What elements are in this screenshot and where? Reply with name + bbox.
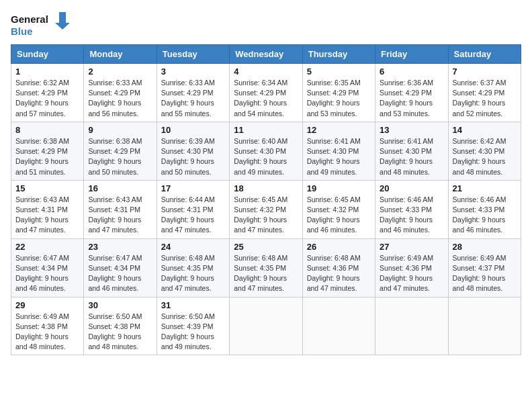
day-number: 27 — [380, 242, 443, 252]
day-info: Sunrise: 6:45 AMSunset: 4:32 PMDaylight:… — [307, 195, 371, 236]
day-header: Wednesday — [230, 45, 302, 64]
day-info: Sunrise: 6:33 AMSunset: 4:29 PMDaylight:… — [161, 78, 225, 119]
calendar-cell: 31Sunrise: 6:50 AMSunset: 4:39 PMDayligh… — [157, 297, 229, 355]
day-number: 29 — [15, 300, 79, 310]
calendar-cell: 28Sunrise: 6:49 AMSunset: 4:37 PMDayligh… — [448, 238, 521, 297]
day-number: 12 — [307, 125, 371, 135]
calendar-cell: 1Sunrise: 6:32 AMSunset: 4:29 PMDaylight… — [11, 64, 84, 122]
logo: General Blue — [11, 11, 71, 39]
day-number: 5 — [307, 66, 371, 77]
calendar-cell: 22Sunrise: 6:47 AMSunset: 4:34 PMDayligh… — [11, 238, 84, 297]
day-info: Sunrise: 6:47 AMSunset: 4:34 PMDaylight:… — [15, 253, 79, 294]
calendar-cell: 30Sunrise: 6:50 AMSunset: 4:38 PMDayligh… — [84, 297, 157, 355]
day-info: Sunrise: 6:48 AMSunset: 4:35 PMDaylight:… — [161, 253, 225, 294]
day-number: 15 — [15, 183, 79, 193]
calendar-cell: 9Sunrise: 6:38 AMSunset: 4:29 PMDaylight… — [84, 122, 157, 180]
day-header: Monday — [84, 45, 157, 64]
day-number: 20 — [380, 183, 443, 193]
day-info: Sunrise: 6:47 AMSunset: 4:34 PMDaylight:… — [88, 253, 152, 294]
day-number: 10 — [161, 125, 225, 135]
day-info: Sunrise: 6:43 AMSunset: 4:31 PMDaylight:… — [88, 195, 152, 236]
day-info: Sunrise: 6:46 AMSunset: 4:33 PMDaylight:… — [380, 195, 443, 236]
day-number: 2 — [88, 66, 152, 77]
calendar-cell: 3Sunrise: 6:33 AMSunset: 4:29 PMDaylight… — [157, 64, 229, 122]
svg-marker-2 — [55, 12, 70, 30]
calendar-cell: 5Sunrise: 6:35 AMSunset: 4:29 PMDaylight… — [302, 64, 375, 122]
calendar-cell — [230, 297, 302, 355]
day-info: Sunrise: 6:50 AMSunset: 4:38 PMDaylight:… — [88, 312, 152, 353]
calendar-cell: 18Sunrise: 6:45 AMSunset: 4:32 PMDayligh… — [230, 180, 302, 238]
calendar-cell: 29Sunrise: 6:49 AMSunset: 4:38 PMDayligh… — [11, 297, 84, 355]
day-info: Sunrise: 6:40 AMSunset: 4:30 PMDaylight:… — [234, 136, 298, 177]
day-info: Sunrise: 6:41 AMSunset: 4:30 PMDaylight:… — [380, 136, 443, 177]
svg-text:Blue: Blue — [11, 26, 33, 37]
day-info: Sunrise: 6:46 AMSunset: 4:33 PMDaylight:… — [453, 195, 517, 236]
day-number: 11 — [234, 125, 298, 135]
day-header: Saturday — [448, 45, 521, 64]
calendar-cell — [302, 297, 375, 355]
calendar-week-row: 15Sunrise: 6:43 AMSunset: 4:31 PMDayligh… — [11, 180, 521, 238]
day-header: Thursday — [302, 45, 375, 64]
day-info: Sunrise: 6:50 AMSunset: 4:39 PMDaylight:… — [161, 312, 225, 353]
day-number: 30 — [88, 300, 152, 310]
day-number: 1 — [15, 66, 79, 77]
day-number: 14 — [453, 125, 517, 135]
day-number: 16 — [88, 183, 152, 193]
calendar-cell: 21Sunrise: 6:46 AMSunset: 4:33 PMDayligh… — [448, 180, 521, 238]
day-info: Sunrise: 6:48 AMSunset: 4:36 PMDaylight:… — [307, 253, 371, 294]
day-info: Sunrise: 6:36 AMSunset: 4:29 PMDaylight:… — [380, 78, 443, 119]
day-info: Sunrise: 6:41 AMSunset: 4:30 PMDaylight:… — [307, 136, 371, 177]
calendar-cell: 2Sunrise: 6:33 AMSunset: 4:29 PMDaylight… — [84, 64, 157, 122]
calendar-cell: 27Sunrise: 6:49 AMSunset: 4:36 PMDayligh… — [375, 238, 448, 297]
calendar-week-row: 22Sunrise: 6:47 AMSunset: 4:34 PMDayligh… — [11, 238, 521, 297]
calendar-week-row: 29Sunrise: 6:49 AMSunset: 4:38 PMDayligh… — [11, 297, 521, 355]
calendar-cell: 13Sunrise: 6:41 AMSunset: 4:30 PMDayligh… — [375, 122, 448, 180]
day-number: 9 — [88, 125, 152, 135]
calendar-cell: 10Sunrise: 6:39 AMSunset: 4:30 PMDayligh… — [157, 122, 229, 180]
day-number: 17 — [161, 183, 225, 193]
calendar-cell: 25Sunrise: 6:48 AMSunset: 4:35 PMDayligh… — [230, 238, 302, 297]
calendar-table: SundayMondayTuesdayWednesdayThursdayFrid… — [11, 44, 521, 355]
day-number: 3 — [161, 66, 225, 77]
day-info: Sunrise: 6:32 AMSunset: 4:29 PMDaylight:… — [15, 78, 79, 119]
day-info: Sunrise: 6:35 AMSunset: 4:29 PMDaylight:… — [307, 78, 371, 119]
day-number: 18 — [234, 183, 298, 193]
calendar-cell: 19Sunrise: 6:45 AMSunset: 4:32 PMDayligh… — [302, 180, 375, 238]
calendar-cell — [375, 297, 448, 355]
calendar-header-row: SundayMondayTuesdayWednesdayThursdayFrid… — [11, 45, 521, 64]
page-header: General Blue — [11, 11, 521, 39]
calendar-cell: 6Sunrise: 6:36 AMSunset: 4:29 PMDaylight… — [375, 64, 448, 122]
day-number: 26 — [307, 242, 371, 252]
day-number: 24 — [161, 242, 225, 252]
day-number: 8 — [15, 125, 79, 135]
calendar-cell: 16Sunrise: 6:43 AMSunset: 4:31 PMDayligh… — [84, 180, 157, 238]
calendar-cell: 8Sunrise: 6:38 AMSunset: 4:29 PMDaylight… — [11, 122, 84, 180]
calendar-cell: 17Sunrise: 6:44 AMSunset: 4:31 PMDayligh… — [157, 180, 229, 238]
calendar-body: 1Sunrise: 6:32 AMSunset: 4:29 PMDaylight… — [11, 64, 521, 355]
logo-svg: General Blue — [11, 11, 71, 39]
calendar-week-row: 8Sunrise: 6:38 AMSunset: 4:29 PMDaylight… — [11, 122, 521, 180]
day-number: 21 — [453, 183, 517, 193]
calendar-cell: 20Sunrise: 6:46 AMSunset: 4:33 PMDayligh… — [375, 180, 448, 238]
calendar-cell: 26Sunrise: 6:48 AMSunset: 4:36 PMDayligh… — [302, 238, 375, 297]
day-number: 23 — [88, 242, 152, 252]
day-info: Sunrise: 6:43 AMSunset: 4:31 PMDaylight:… — [15, 195, 79, 236]
day-info: Sunrise: 6:33 AMSunset: 4:29 PMDaylight:… — [88, 78, 152, 119]
day-info: Sunrise: 6:38 AMSunset: 4:29 PMDaylight:… — [15, 136, 79, 177]
day-number: 19 — [307, 183, 371, 193]
day-number: 13 — [380, 125, 443, 135]
calendar-week-row: 1Sunrise: 6:32 AMSunset: 4:29 PMDaylight… — [11, 64, 521, 122]
calendar-cell: 15Sunrise: 6:43 AMSunset: 4:31 PMDayligh… — [11, 180, 84, 238]
day-number: 28 — [453, 242, 517, 252]
day-info: Sunrise: 6:45 AMSunset: 4:32 PMDaylight:… — [234, 195, 298, 236]
calendar-cell: 7Sunrise: 6:37 AMSunset: 4:29 PMDaylight… — [448, 64, 521, 122]
calendar-cell: 12Sunrise: 6:41 AMSunset: 4:30 PMDayligh… — [302, 122, 375, 180]
day-number: 22 — [15, 242, 79, 252]
day-header: Sunday — [11, 45, 84, 64]
calendar-cell: 23Sunrise: 6:47 AMSunset: 4:34 PMDayligh… — [84, 238, 157, 297]
day-info: Sunrise: 6:39 AMSunset: 4:30 PMDaylight:… — [161, 136, 225, 177]
day-info: Sunrise: 6:48 AMSunset: 4:35 PMDaylight:… — [234, 253, 298, 294]
day-info: Sunrise: 6:34 AMSunset: 4:29 PMDaylight:… — [234, 78, 298, 119]
day-header: Tuesday — [157, 45, 229, 64]
calendar-cell — [448, 297, 521, 355]
